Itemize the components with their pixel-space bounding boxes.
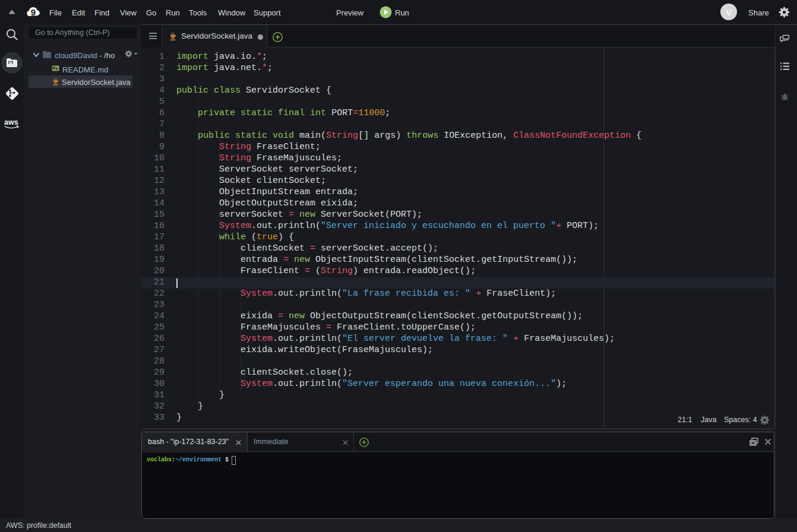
svg-text:aws: aws — [4, 118, 18, 126]
svg-text:V: V — [726, 7, 732, 17]
svg-text:9: 9 — [31, 7, 36, 17]
